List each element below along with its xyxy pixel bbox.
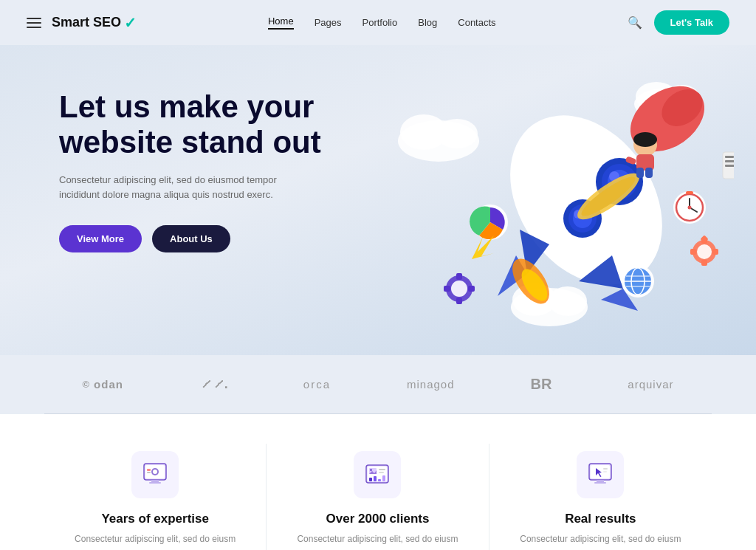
view-more-button[interactable]: View More (59, 225, 142, 252)
brand-orca-label: orca (303, 378, 331, 391)
svg-rect-90 (603, 468, 608, 470)
brands-section: © odan ⟋⟋. orca minagod BR arquivar (0, 355, 756, 413)
svg-rect-44 (725, 160, 734, 162)
brand-2: ⟋⟋. (199, 377, 227, 392)
rocket-svg (350, 45, 734, 355)
hero-description: Consectetur adipiscing elit, sed do eius… (59, 173, 310, 204)
image-chart-icon (364, 461, 391, 488)
navbar-right: 🔍 Let's Talk (628, 10, 729, 35)
brand-arquivar-label: arquivar (628, 378, 673, 391)
feature-expertise-desc: Consectetur adipiscing elit, sed do eius… (75, 532, 236, 546)
brand-arquivar: arquivar (628, 378, 673, 391)
svg-rect-64 (456, 273, 462, 280)
hero-illustration (350, 45, 734, 355)
feature-clients-title: Over 2000 clients (326, 512, 430, 526)
svg-rect-43 (725, 156, 734, 158)
hero-section: Let us make your website stand out Conse… (0, 45, 756, 355)
brand-codan-icon: © (82, 379, 90, 390)
nav-pages[interactable]: Pages (315, 17, 342, 28)
svg-point-71 (153, 470, 157, 474)
hero-buttons: View More About Us (59, 225, 369, 252)
navbar-left: Smart SEO ✓ (27, 14, 137, 32)
logo-icon: ✓ (124, 14, 137, 32)
brand-minagod: minagod (407, 378, 455, 391)
logo-text: Smart SEO (52, 15, 121, 30)
svg-rect-62 (444, 286, 450, 292)
svg-rect-58 (701, 260, 707, 266)
feature-clients-icon-wrap (354, 451, 401, 498)
svg-point-39 (688, 206, 692, 210)
svg-point-2 (436, 119, 478, 148)
feature-results: Real results Consectetur adipiscing elit… (489, 444, 712, 550)
feature-results-title: Real results (565, 512, 636, 526)
svg-rect-32 (636, 168, 644, 178)
brand-minagod-label: minagod (407, 378, 455, 391)
monitor-cursor-icon (587, 461, 614, 488)
hero-content: Let us make your website stand out Conse… (59, 75, 369, 252)
brand-codan-label: odan (94, 378, 123, 391)
lets-talk-button[interactable]: Let's Talk (654, 10, 729, 35)
feature-results-desc: Consectetur adipiscing elit, sed do eius… (520, 532, 681, 546)
monitor-gear-icon (142, 461, 168, 488)
brand-br-label: BR (530, 376, 551, 393)
brand-orca: orca (303, 378, 331, 391)
svg-point-30 (633, 132, 657, 147)
svg-rect-65 (456, 298, 462, 304)
svg-rect-91 (603, 471, 607, 472)
svg-rect-84 (382, 475, 385, 481)
features-section: Years of expertise Consectetur adipiscin… (0, 414, 756, 550)
svg-rect-83 (378, 479, 381, 481)
feature-expertise-icon-wrap (131, 451, 179, 498)
hero-title: Let us make your website stand out (59, 89, 369, 161)
svg-rect-82 (374, 476, 377, 481)
svg-rect-69 (149, 482, 161, 484)
hamburger-menu[interactable] (27, 18, 41, 28)
nav-blog[interactable]: Blog (418, 17, 437, 28)
nav-contacts[interactable]: Contacts (458, 17, 495, 28)
svg-rect-33 (645, 168, 653, 178)
svg-rect-72 (147, 469, 151, 471)
main-nav: Home Pages Portfolio Blog Contacts (268, 16, 496, 30)
feature-results-icon-wrap (577, 451, 624, 498)
svg-rect-63 (468, 286, 475, 292)
svg-point-61 (451, 281, 467, 297)
about-us-button[interactable]: About Us (152, 225, 230, 252)
search-icon[interactable]: 🔍 (628, 16, 642, 30)
svg-marker-52 (472, 236, 494, 259)
svg-rect-56 (712, 249, 718, 255)
nav-home[interactable]: Home (268, 16, 294, 30)
svg-rect-88 (594, 482, 606, 484)
svg-point-8 (549, 286, 587, 316)
svg-rect-79 (379, 469, 385, 470)
navbar: Smart SEO ✓ Home Pages Portfolio Blog Co… (0, 0, 756, 45)
nav-portfolio[interactable]: Portfolio (362, 17, 398, 28)
svg-rect-68 (151, 480, 159, 482)
svg-rect-55 (690, 249, 696, 255)
feature-expertise: Years of expertise Consectetur adipiscin… (44, 444, 267, 550)
svg-point-54 (697, 244, 712, 259)
svg-rect-73 (147, 472, 151, 473)
svg-rect-45 (725, 165, 734, 167)
feature-clients: Over 2000 clients Consectetur adipiscing… (267, 444, 489, 550)
brand-codan: © odan (82, 378, 123, 391)
feature-clients-desc: Consectetur adipiscing elit, sed do eius… (297, 532, 458, 546)
brand-2-label: ⟋⟋. (199, 377, 227, 392)
svg-rect-87 (597, 480, 604, 482)
logo: Smart SEO ✓ (52, 14, 137, 32)
feature-expertise-title: Years of expertise (101, 512, 209, 526)
brand-br: BR (530, 376, 551, 393)
svg-rect-40 (686, 191, 693, 194)
svg-rect-80 (379, 472, 384, 473)
svg-rect-81 (369, 478, 372, 481)
svg-point-77 (370, 469, 372, 471)
